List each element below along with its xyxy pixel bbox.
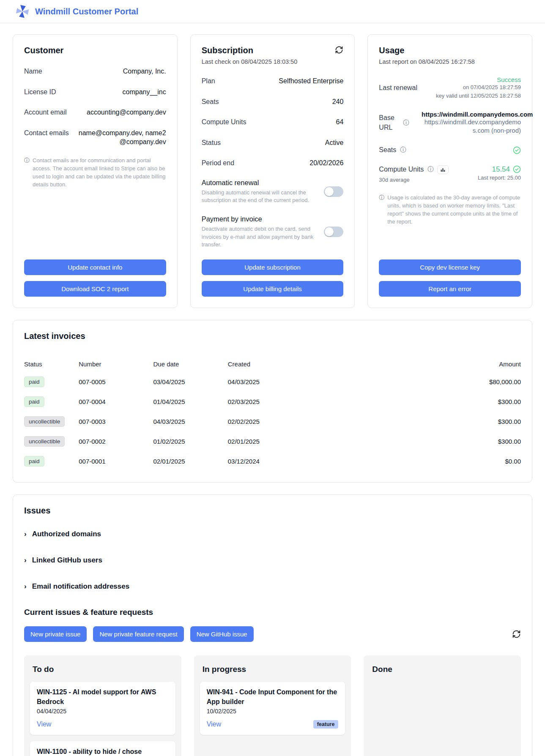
latest-invoices-panel: Latest invoices Status Number Due date C… [13, 320, 532, 483]
issues-title: Issues [24, 506, 521, 516]
field-value: Selfhosted Enterprise [279, 76, 343, 86]
check-circle-icon [513, 165, 521, 173]
base-url-row: Base URL ⓘ https://windmill.companydemos… [379, 111, 521, 135]
field-label: Period end [202, 158, 234, 168]
issue-card[interactable]: WIN-941 - Code Input Component for the A… [200, 682, 345, 735]
usage-card: Usage Last report on 08/04/2025 16:27:58… [367, 34, 532, 308]
windmill-logo-icon [14, 3, 30, 19]
column-header-created: Created [228, 356, 441, 372]
requests-actions: New private issueNew private feature req… [24, 626, 521, 642]
field-row-license-id: License IDcompany__inc [24, 87, 166, 97]
field-label: Plan [202, 76, 215, 86]
toggle-description: Disabling automatic renewal will cancel … [202, 189, 318, 204]
update-billing-details-button[interactable]: Update billing details [202, 281, 344, 297]
invoice-due-date-cell: 03/04/2025 [153, 372, 228, 392]
field-label: Contact emails [24, 128, 69, 147]
collapsible-label: Email notification addresses [32, 582, 130, 591]
column-header-due-date: Due date [153, 356, 228, 372]
app-header: Windmill Customer Portal [0, 0, 545, 23]
issue-card-date: 04/04/2025 [37, 708, 169, 715]
new-github-issue-button[interactable]: New GitHub issue [190, 626, 254, 642]
issue-card[interactable]: WIN-1125 - AI model support for AWS Bedr… [30, 682, 175, 735]
field-value: 20/02/2026 [309, 158, 343, 168]
invoice-created-cell: 02/01/2025 [228, 431, 441, 451]
base-url-secondary: https://windmill.dev.companydemos.com (n… [422, 118, 521, 135]
field-label: Account email [24, 108, 67, 117]
collapsible-linked-github-users[interactable]: ›Linked GitHub users [24, 556, 521, 565]
download-soc-2-report-button[interactable]: Download SOC 2 report [24, 281, 166, 297]
field-label: License ID [24, 87, 56, 97]
invoice-row: uncollectible007-000304/03/202502/02/202… [24, 412, 521, 431]
usage-card-title: Usage [379, 46, 521, 55]
board-column-to-do: To doWIN-1125 - AI model support for AWS… [24, 655, 181, 756]
invoices-header-row: Status Number Due date Created Amount [24, 356, 521, 372]
invoice-created-cell: 03/12/2024 [228, 451, 441, 471]
report-an-error-button[interactable]: Report an error [379, 281, 521, 297]
collapsible-authorized-domains[interactable]: ›Authorized domains [24, 530, 521, 538]
invoice-amount-cell: $80,000.00 [441, 372, 521, 392]
board-column-title: Done [372, 665, 512, 674]
view-link[interactable]: View [207, 721, 221, 728]
issue-card-date: 10/02/2025 [207, 708, 339, 715]
invoice-due-date-cell: 02/01/2025 [153, 451, 228, 471]
customer-note-text: Contact emails are for communication and… [33, 157, 166, 188]
collapsible-label: Linked GitHub users [32, 556, 102, 565]
renewal-status: Success [436, 76, 521, 83]
field-row-contact-emails: Contact emailsname@company.dev, name2@co… [24, 128, 166, 147]
customer-card: Customer NameCompany, Inc.License IDcomp… [13, 34, 178, 308]
issues-board: To doWIN-1125 - AI model support for AWS… [24, 655, 521, 756]
subscription-card-title: Subscription [202, 46, 253, 55]
invoices-table: Status Number Due date Created Amount pa… [24, 356, 521, 471]
chart-icon[interactable] [437, 165, 449, 174]
automatic-renewal-toggle[interactable] [324, 186, 343, 197]
toggle-block-automatic-renewal: Automatic renewalDisabling automatic ren… [202, 179, 344, 204]
invoice-status-badge: paid [24, 456, 44, 467]
toggle-description: Deactivate automatic debit on the card, … [202, 225, 318, 248]
customer-card-title: Customer [24, 46, 166, 55]
invoice-status-cell: paid [24, 392, 79, 412]
info-icon[interactable]: ⓘ [403, 119, 409, 127]
payment-by-invoice-toggle[interactable] [324, 227, 343, 237]
field-row-compute-units: Compute Units64 [202, 117, 344, 127]
field-value: 240 [332, 97, 344, 106]
view-link[interactable]: View [37, 721, 51, 728]
board-column-done: Done [364, 655, 521, 756]
new-private-issue-button[interactable]: New private issue [24, 626, 87, 642]
invoice-status-cell: uncollectible [24, 431, 79, 451]
field-label: Name [24, 67, 42, 76]
refresh-subscription-icon[interactable] [335, 46, 343, 54]
invoice-number-cell: 007-0001 [79, 451, 153, 471]
field-value: Active [325, 138, 344, 147]
refresh-issues-icon[interactable] [512, 630, 521, 639]
compute-units-label: Compute Units [379, 166, 424, 173]
field-row-name: NameCompany, Inc. [24, 67, 166, 76]
invoice-number-cell: 007-0004 [79, 392, 153, 412]
field-row-status: StatusActive [202, 138, 344, 147]
field-row-period-end: Period end20/02/2026 [202, 158, 344, 168]
info-icon[interactable]: ⓘ [427, 166, 433, 173]
collapsible-email-notification-addresses[interactable]: ›Email notification addresses [24, 582, 521, 591]
last-renewal-row: Last renewal Success on 07/04/2025 18:27… [379, 76, 521, 100]
toggle-label: Payment by invoice [202, 215, 318, 223]
new-private-feature-request-button[interactable]: New private feature request [93, 626, 183, 642]
usage-seats-label: Seats [379, 146, 396, 154]
field-label: Compute Units [202, 117, 246, 127]
info-icon[interactable]: ⓘ [400, 146, 406, 154]
issue-card-footer: View [37, 720, 169, 729]
invoice-status-badge: paid [24, 377, 44, 387]
invoice-amount-cell: $0.00 [441, 451, 521, 471]
update-subscription-button[interactable]: Update subscription [202, 259, 344, 275]
chevron-right-icon: › [24, 557, 27, 564]
toggle-label: Automatic renewal [202, 179, 318, 187]
field-value: 64 [336, 117, 344, 127]
invoice-created-cell: 04/03/2025 [228, 372, 441, 392]
update-contact-info-button[interactable]: Update contact info [24, 259, 166, 275]
invoice-due-date-cell: 01/02/2025 [153, 431, 228, 451]
issue-card-title: WIN-1125 - AI model support for AWS Bedr… [37, 687, 169, 707]
compute-units-row: Compute Units ⓘ 30d average [379, 165, 521, 184]
chevron-right-icon: › [24, 583, 27, 590]
copy-dev-license-key-button[interactable]: Copy dev license key [379, 259, 521, 275]
invoice-amount-cell: $300.00 [441, 431, 521, 451]
subscription-card: Subscription Last check on 08/04/2025 18… [190, 34, 355, 308]
issue-card[interactable]: WIN-1100 - ability to hide / chose place… [30, 741, 175, 756]
